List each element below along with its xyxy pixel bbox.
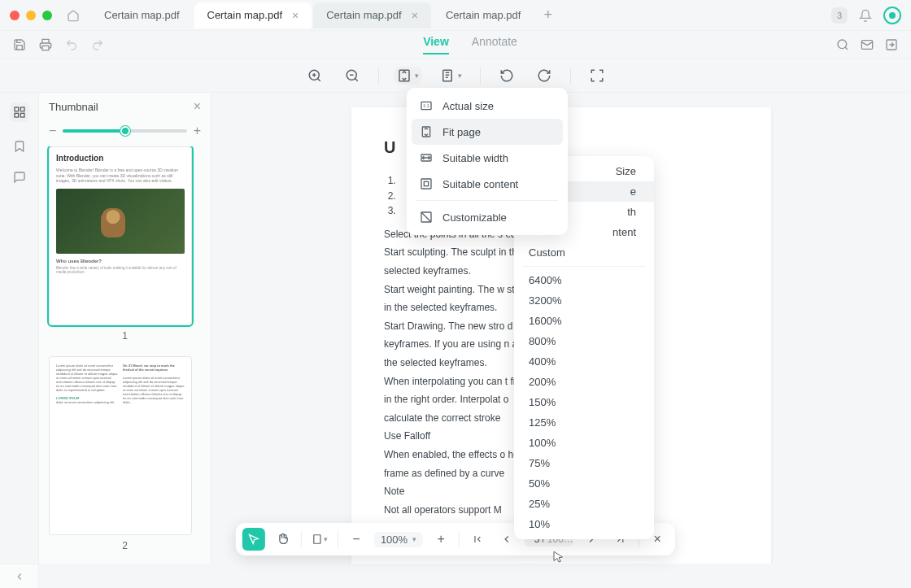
print-icon[interactable] bbox=[39, 38, 52, 51]
close-icon[interactable]: × bbox=[292, 9, 299, 22]
mode-annotate[interactable]: Annotate bbox=[472, 35, 517, 54]
menu-item-zoom[interactable]: 10% bbox=[514, 514, 654, 534]
zoom-level-selector[interactable]: 100%▾ bbox=[374, 532, 423, 547]
thumb-number: 1 bbox=[49, 330, 201, 342]
svg-rect-17 bbox=[424, 181, 428, 185]
redo-icon[interactable] bbox=[91, 38, 104, 51]
share-icon[interactable] bbox=[885, 38, 898, 51]
menu-label: Suitable width bbox=[442, 152, 508, 164]
fit-content-icon bbox=[420, 177, 433, 190]
minus-icon[interactable]: − bbox=[49, 124, 56, 138]
fullscreen-icon[interactable] bbox=[586, 64, 608, 87]
mail-icon[interactable] bbox=[861, 38, 874, 51]
avatar[interactable] bbox=[883, 7, 901, 24]
thumbnail-item[interactable]: Lorem ipsum dolor sit amet consectetur a… bbox=[49, 356, 201, 551]
chevron-down-icon: ▾ bbox=[458, 72, 462, 80]
menu-label: Customizable bbox=[442, 211, 507, 224]
svg-text:1:1: 1:1 bbox=[423, 103, 429, 108]
panel-title: Thumbnail bbox=[49, 101, 98, 113]
menu-label: Suitable content bbox=[442, 178, 518, 190]
select-tool-icon[interactable] bbox=[242, 528, 265, 551]
menu-item-zoom[interactable]: 50% bbox=[514, 473, 654, 494]
mode-bar: View Annotate bbox=[0, 31, 911, 59]
zoom-out-icon[interactable] bbox=[341, 64, 364, 87]
zoom-in-icon[interactable]: + bbox=[429, 528, 452, 551]
customize-icon bbox=[420, 211, 433, 224]
svg-rect-0 bbox=[42, 46, 49, 50]
first-page-icon[interactable] bbox=[466, 528, 489, 551]
svg-rect-19 bbox=[313, 535, 320, 544]
zoom-out-icon[interactable]: − bbox=[345, 528, 368, 551]
tab[interactable]: Certain map.pdf bbox=[91, 2, 193, 28]
menu-item-zoom[interactable]: 200% bbox=[514, 372, 654, 392]
menu-item-zoom[interactable]: 25% bbox=[514, 494, 654, 514]
maximize-window[interactable] bbox=[42, 11, 52, 20]
svg-rect-11 bbox=[20, 113, 24, 117]
menu-item-fit-page[interactable]: Fit page bbox=[412, 119, 563, 145]
comment-icon[interactable] bbox=[13, 171, 26, 184]
menu-item-actual-size[interactable]: 1:1Actual size bbox=[412, 93, 563, 119]
rotate-left-icon[interactable] bbox=[495, 64, 518, 87]
menu-item-zoom[interactable]: 1600% bbox=[514, 311, 654, 331]
minimize-window[interactable] bbox=[26, 11, 36, 20]
thumb-heading: Introduction bbox=[56, 154, 185, 163]
thumbnail-item[interactable]: Introduction Welcome to Blender! Blender… bbox=[49, 146, 201, 342]
thumbnails-icon[interactable] bbox=[10, 102, 29, 122]
tab-strip: Certain map.pdf Certain map.pdf× Certain… bbox=[91, 0, 831, 30]
hand-tool-icon[interactable] bbox=[272, 528, 294, 551]
fit-mode-button[interactable]: ▾ bbox=[394, 67, 422, 85]
thumb-sub: Who uses Blender? bbox=[56, 259, 185, 264]
actual-size-icon: 1:1 bbox=[420, 99, 433, 112]
tab-active[interactable]: Certain map.pdf× bbox=[194, 2, 312, 28]
rotate-right-icon[interactable] bbox=[533, 64, 556, 87]
save-icon[interactable] bbox=[13, 38, 26, 51]
menu-item-zoom[interactable]: 100% bbox=[514, 433, 654, 453]
mode-view[interactable]: View bbox=[423, 35, 449, 54]
tab-label: Certain map.pdf bbox=[104, 9, 180, 21]
menu-item-zoom[interactable]: 3200% bbox=[514, 290, 654, 311]
menu-label: Fit page bbox=[442, 126, 481, 138]
close-icon[interactable]: × bbox=[412, 9, 418, 22]
titlebar: Certain map.pdf Certain map.pdf× Certain… bbox=[0, 0, 911, 31]
svg-rect-9 bbox=[20, 107, 24, 111]
menu-item-zoom[interactable]: 400% bbox=[514, 351, 654, 372]
notif-badge[interactable]: 3 bbox=[831, 7, 848, 24]
page-layout-icon[interactable]: ▾ bbox=[308, 528, 331, 551]
fit-mode-menu: 1:1Actual size Fit page Suitable width S… bbox=[407, 88, 568, 235]
fit-page-icon bbox=[397, 68, 412, 83]
collapse-rail-icon[interactable] bbox=[0, 564, 39, 588]
menu-item-zoom[interactable]: 150% bbox=[514, 392, 654, 412]
tab-label: Certain map.pdf bbox=[446, 9, 521, 21]
home-icon[interactable] bbox=[67, 9, 80, 22]
menu-item-suitable-width[interactable]: Suitable width bbox=[412, 145, 563, 171]
close-window[interactable] bbox=[10, 11, 20, 20]
zoom-value: 100% bbox=[381, 534, 408, 546]
menu-item-custom[interactable]: Custom bbox=[514, 242, 654, 263]
thumb-size-slider[interactable]: − + bbox=[39, 120, 211, 146]
titlebar-right: 3 bbox=[831, 7, 901, 24]
menu-item-zoom[interactable]: 75% bbox=[514, 453, 654, 473]
tab[interactable]: Certain map.pdf bbox=[433, 2, 534, 28]
cursor-icon bbox=[551, 550, 566, 564]
menu-item-zoom[interactable]: 800% bbox=[514, 331, 654, 351]
tab[interactable]: Certain map.pdf× bbox=[313, 2, 431, 28]
svg-point-1 bbox=[838, 40, 847, 49]
menu-item-zoom[interactable]: 125% bbox=[514, 412, 654, 433]
bookmark-icon[interactable] bbox=[13, 140, 26, 153]
bell-icon[interactable] bbox=[859, 9, 872, 22]
add-tab-button[interactable]: + bbox=[535, 7, 560, 24]
menu-item-customizable[interactable]: Customizable bbox=[412, 204, 563, 230]
close-icon[interactable]: × bbox=[194, 99, 201, 114]
menu-label: Actual size bbox=[442, 100, 494, 112]
left-icon-rail bbox=[0, 93, 39, 564]
search-icon[interactable] bbox=[836, 38, 849, 51]
fit-page-icon bbox=[420, 125, 433, 138]
undo-icon[interactable] bbox=[65, 38, 78, 51]
plus-icon[interactable]: + bbox=[194, 124, 201, 138]
menu-item-suitable-content[interactable]: Suitable content bbox=[412, 171, 563, 197]
zoom-in-icon[interactable] bbox=[303, 64, 326, 87]
chevron-down-icon: ▾ bbox=[415, 72, 419, 80]
page-layout-button[interactable]: ▾ bbox=[437, 67, 465, 85]
tab-label: Certain map.pdf bbox=[326, 9, 402, 21]
menu-item-zoom[interactable]: 6400% bbox=[514, 270, 654, 290]
